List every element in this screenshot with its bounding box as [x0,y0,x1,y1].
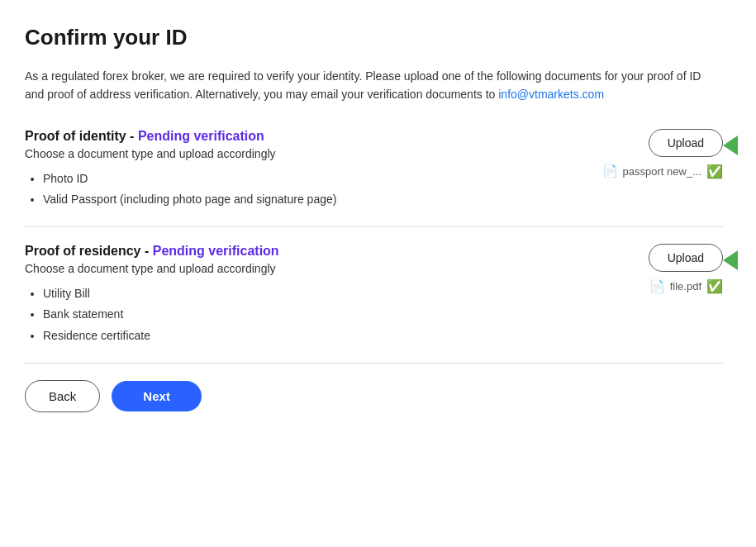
list-item: Valid Passport (including photo page and… [43,189,602,210]
email-link[interactable]: info@vtmarkets.com [498,88,604,101]
residency-title: Proof of residency - Pending verificatio… [25,244,624,259]
list-item: Utility Bill [43,283,624,304]
back-button[interactable]: Back [25,380,100,412]
residency-filename: file.pdf [670,280,701,293]
identity-section-right: Upload 📄 passport new_... ✅ [602,129,723,179]
residency-section: Proof of residency - Pending verificatio… [25,244,723,364]
residency-upload-button[interactable]: Upload [649,244,723,272]
residency-subtitle: Choose a document type and upload accord… [25,262,624,275]
identity-status: Pending verification [138,129,264,143]
identity-section: Proof of identity - Pending verification… [25,129,723,227]
residency-check-icon: ✅ [706,278,723,294]
identity-file-info: 📄 passport new_... ✅ [602,164,723,179]
residency-doc-list: Utility Bill Bank statement Residence ce… [25,283,624,346]
residency-arrow-indicator [723,250,738,270]
identity-subtitle: Choose a document type and upload accord… [25,147,602,160]
file-icon: 📄 [649,279,665,294]
identity-title: Proof of identity - Pending verification [25,129,602,144]
file-icon: 📄 [602,164,618,178]
identity-doc-list: Photo ID Valid Passport (including photo… [25,169,602,210]
list-item: Photo ID [43,169,602,189]
next-button[interactable]: Next [112,381,202,411]
residency-status: Pending verification [153,244,279,258]
list-item: Residence certificate [43,326,624,346]
identity-check-icon: ✅ [706,164,723,179]
page-title: Confirm your ID [25,25,723,50]
residency-file-info: 📄 file.pdf ✅ [649,278,723,294]
identity-upload-button[interactable]: Upload [649,129,723,157]
residency-section-right: Upload 📄 file.pdf ✅ [624,244,723,294]
intro-text: As a regulated forex broker, we are requ… [25,67,711,104]
list-item: Bank statement [43,304,624,325]
footer-buttons: Back Next [25,380,723,412]
residency-section-left: Proof of residency - Pending verificatio… [25,244,624,346]
identity-filename: passport new_... [623,165,701,178]
identity-arrow-indicator [723,136,738,155]
identity-section-left: Proof of identity - Pending verification… [25,129,602,210]
